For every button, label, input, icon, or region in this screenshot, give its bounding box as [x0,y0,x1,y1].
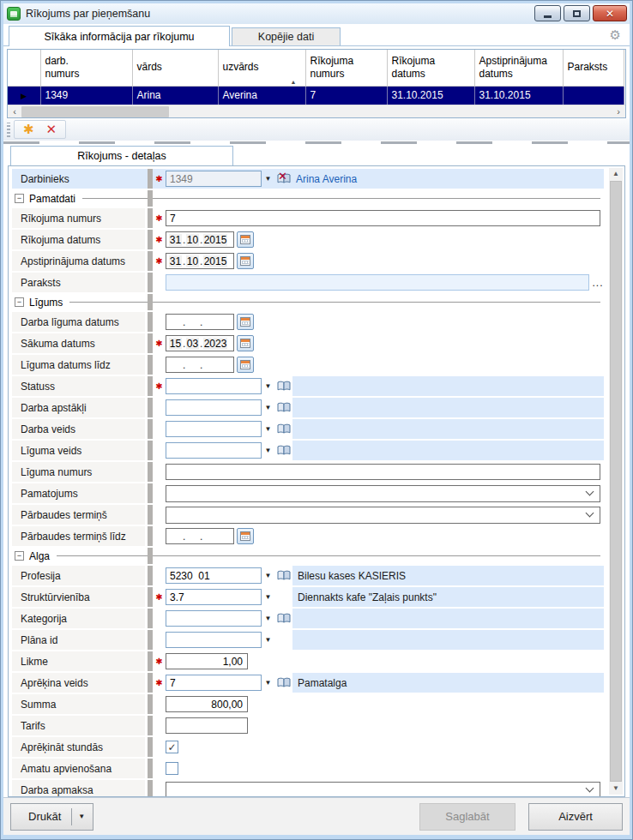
row-grip[interactable] [148,462,153,482]
calendar-icon[interactable] [237,357,254,373]
calendar-icon[interactable] [237,314,254,330]
profesija-combo[interactable]: 5230 01 [166,567,262,584]
grid-header-rikojuma-numurs[interactable]: Rīkojuma numurs [305,50,387,86]
grid-header-apstiprinajuma-datums[interactable]: Apstiprinājuma datums [474,50,563,86]
row-grip[interactable] [148,441,153,460]
delete-record-icon[interactable]: ✕ [46,123,57,136]
rikojuma-numurs-input[interactable]: 7 [166,210,600,226]
tab-kopejie-dati[interactable]: Kopējie dati [232,27,341,45]
chevron-down-icon[interactable]: ▼ [78,813,85,820]
scroll-right-icon[interactable]: › [612,106,625,117]
row-grip[interactable] [148,609,153,628]
amatu-apvienosana-checkbox[interactable] [166,762,178,775]
lookup-book-icon[interactable] [274,445,292,456]
grid-header-vards[interactable]: vārds [132,50,218,86]
collapse-icon[interactable]: − [15,297,24,307]
row-grip[interactable] [148,312,153,332]
new-record-icon[interactable]: ✱ [23,123,34,136]
pamatojums-select[interactable] [166,485,600,502]
chevron-down-icon[interactable]: ▼ [262,679,274,687]
calendar-icon[interactable] [237,231,254,248]
gear-icon[interactable]: ⚙ [610,27,621,43]
darba-veids-combo[interactable] [166,421,262,437]
calendar-icon[interactable] [237,335,254,351]
row-grip[interactable] [148,759,153,778]
aprekina-veids-combo[interactable]: 7 [166,675,262,691]
likme-input[interactable]: 1,00 [166,653,248,669]
scrollbar-thumb[interactable] [21,106,169,117]
scrollbar-thumb[interactable] [610,181,622,782]
row-grip[interactable] [148,355,153,375]
chevron-down-icon[interactable]: ▼ [262,593,274,601]
calendar-icon[interactable] [237,528,254,544]
scroll-left-icon[interactable]: ‹ [8,106,21,117]
strukturvieniba-combo[interactable]: 3.7 [166,589,262,605]
chevron-down-icon[interactable]: ▼ [262,382,274,390]
row-grip[interactable] [148,737,153,757]
aprekinat-stundas-checkbox[interactable]: ✓ [166,741,178,753]
row-grip[interactable] [148,630,153,650]
row-grip[interactable] [148,398,153,417]
calendar-icon[interactable] [237,253,254,269]
row-grip[interactable] [148,419,153,439]
lookup-book-icon[interactable] [274,423,292,435]
minimize-button[interactable] [534,5,561,21]
statuss-combo[interactable] [166,378,262,394]
liguma-veids-combo[interactable] [166,442,262,459]
darba-liguma-datums-input[interactable]: .. [166,314,234,330]
print-button[interactable]: Drukāt ▼ [10,803,93,831]
row-grip[interactable] [148,505,153,525]
more-button[interactable]: ... [592,277,604,289]
tab-sikaka-informacija[interactable]: Sīkāka informācija par rīkojumu [9,26,230,46]
clear-lookup-book-icon[interactable]: ✕ [274,173,292,184]
chevron-down-icon[interactable]: ▼ [262,404,274,411]
grid-header-uzvards[interactable]: uzvārds▲ [218,50,305,86]
apstiprinajuma-datums-input[interactable]: 31.10.2015 [166,253,234,269]
darbinieks-display[interactable]: Arina Averina [292,173,357,185]
sakuma-datums-input[interactable]: 15.03.2023 [166,335,234,351]
plana-id-combo[interactable] [166,632,262,648]
close-form-button[interactable]: Aizvērt [528,803,623,831]
liguma-datums-lidz-input[interactable]: .. [166,357,234,373]
grid-header-darb-numurs[interactable]: darb. numurs [40,50,132,86]
lookup-book-icon[interactable] [274,381,292,392]
chevron-down-icon[interactable]: ▼ [262,572,274,579]
row-grip[interactable] [148,483,153,503]
summa-input[interactable]: 800,00 [166,696,248,712]
row-grip[interactable] [148,780,153,797]
liguma-numurs-input[interactable] [166,464,600,480]
chevron-down-icon[interactable]: ▼ [262,175,274,183]
grid-header-rikojuma-datums[interactable]: Rīkojuma datums [387,50,474,86]
collapse-icon[interactable]: − [15,194,24,203]
lookup-book-icon[interactable] [274,677,292,688]
lookup-book-icon[interactable] [274,402,292,413]
close-button[interactable]: ✕ [593,5,627,21]
chevron-down-icon[interactable]: ▼ [262,425,274,433]
rikojuma-datums-input[interactable]: 31.10.2015 [166,231,234,248]
darba-apstakli-combo[interactable] [166,399,262,416]
row-grip[interactable] [148,694,153,714]
tab-rikojums-detalas[interactable]: Rīkojums - detaļas [10,146,233,165]
table-row[interactable]: ▶ 1349 Arina Averina 7 31.10.2015 31.10.… [8,86,624,105]
lookup-book-icon[interactable] [274,570,292,581]
row-grip[interactable] [148,566,153,585]
parbaudes-termins-select[interactable] [166,507,600,524]
chevron-down-icon[interactable]: ▼ [262,447,274,454]
parbaudes-termins-lidz-input[interactable]: .. [166,528,234,544]
paraksts-input[interactable] [166,274,589,291]
grid-header-paraksts[interactable]: Paraksts [563,50,624,86]
darba-apmaksa-select[interactable] [166,782,600,798]
horizontal-scrollbar[interactable]: ‹ › [8,105,625,117]
row-grip[interactable] [148,716,153,735]
chevron-down-icon[interactable]: ▼ [262,615,274,622]
tarifs-input[interactable] [166,717,248,734]
title-bar[interactable]: Rīkojums par pieņemšanu ✕ [3,3,630,24]
lookup-book-icon[interactable] [274,613,292,624]
darbinieks-combo[interactable]: 1349 [166,171,262,187]
toolbar-grip[interactable] [7,123,10,137]
scroll-down-icon[interactable]: ▼ [612,783,619,795]
kategorija-combo[interactable] [166,610,262,627]
chevron-down-icon[interactable]: ▼ [262,636,274,644]
scroll-up-icon[interactable]: ▲ [612,168,619,180]
row-grip[interactable] [148,273,153,292]
